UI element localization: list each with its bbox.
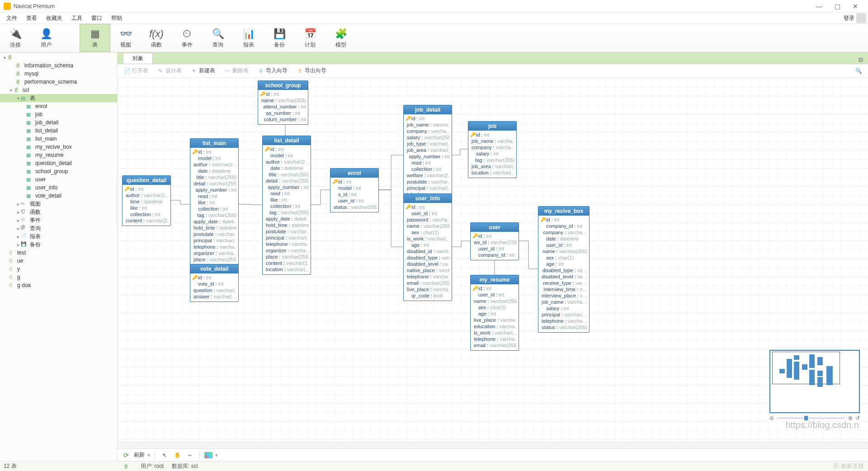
tab-objects[interactable]: 对象	[123, 53, 153, 64]
toolbar-function[interactable]: f(x)函数	[141, 24, 172, 52]
menu-view[interactable]: 查看	[22, 13, 42, 24]
tree-group-report[interactable]: ▸📄报表	[0, 232, 117, 240]
entity-user[interactable]: user🔑id: intwx_id: varchar(255)user_id: …	[470, 222, 519, 260]
entity-list_main[interactable]: list_main🔑id: intmodel: intauthor: varch…	[190, 138, 239, 271]
entity-question_detail[interactable]: question_detail🔑id: intauthor: varchar(2…	[122, 175, 171, 226]
menu-fav[interactable]: 收藏夹	[42, 13, 67, 24]
tree-table-list_main[interactable]: list_main	[0, 135, 117, 143]
tree-conn-g  doa[interactable]: g doa	[0, 281, 117, 289]
toolbar-event[interactable]: ⏲事件	[172, 24, 203, 52]
entity-list_detail[interactable]: list_detail🔑id: intmodel: intauthor: var…	[262, 136, 311, 275]
obar-delete[interactable]: －删除表	[221, 66, 252, 75]
menu-file[interactable]: 文件	[2, 13, 22, 24]
tree-conn-g[interactable]: g	[0, 273, 117, 281]
tree-conn-ue[interactable]: ue	[0, 257, 117, 265]
tree-db-performance_schema[interactable]: performance_schema	[0, 78, 117, 86]
obar-design[interactable]: ✎设计表	[154, 66, 185, 75]
tool-color-icon[interactable]	[204, 452, 212, 458]
tree-table-vote_detail[interactable]: vote_detail	[0, 192, 117, 200]
menu-window[interactable]: 窗口	[87, 13, 107, 24]
toolbar-plan[interactable]: 📅计划	[295, 24, 326, 52]
tree-group-view[interactable]: ▸∞视图	[0, 200, 117, 208]
toolbar-query[interactable]: 🔍查询	[203, 24, 233, 52]
entity-vote_detail[interactable]: vote_detail🔑id: intvote_id: intquestion:…	[190, 264, 239, 302]
toolbar-table[interactable]: ▦表	[80, 24, 110, 52]
tree-table-question_detail[interactable]: question_detail	[0, 159, 117, 167]
tree-db-mysql[interactable]: mysql	[0, 70, 117, 78]
toolbar-user[interactable]: 👤用户	[31, 24, 61, 52]
field-user_id: user_id: int	[472, 245, 517, 252]
tree-table-enrol[interactable]: enrol	[0, 102, 117, 110]
user-avatar-icon[interactable]	[856, 13, 866, 23]
horizontal-scrollbar[interactable]	[118, 442, 868, 448]
tree-db-scl[interactable]: scl	[23, 87, 29, 93]
database-icon	[8, 258, 15, 264]
tree-group-backup[interactable]: ▸💾备份	[0, 240, 117, 249]
table-icon	[26, 144, 33, 150]
refresh-label[interactable]: 刷新	[134, 451, 145, 459]
tree-table-job_detail[interactable]: job_detail	[0, 118, 117, 127]
zoom-control[interactable]: ⊖ ⊕ ↺	[769, 414, 860, 422]
entity-job[interactable]: job🔑id: intjob_name: varcha…company: var…	[468, 121, 517, 178]
minimap-entity	[817, 357, 823, 365]
tree-table-school_group[interactable]: school_group	[0, 167, 117, 175]
obar-open[interactable]: 📄打开表	[120, 66, 152, 75]
field-collection: collection: int	[264, 203, 309, 209]
zoom-in-icon[interactable]: ⊕	[848, 415, 853, 421]
minimap[interactable]	[769, 350, 860, 413]
zoom-out-icon[interactable]: ⊖	[769, 415, 774, 421]
tree-table-my_resume[interactable]: my_resume	[0, 151, 117, 159]
tree-table-list_detail[interactable]: list_detail	[0, 127, 117, 135]
tree-conn-test[interactable]: test	[0, 249, 117, 257]
login-link[interactable]: 登录	[844, 14, 854, 22]
tree-table-my_recive_box[interactable]: my_recive_box	[0, 143, 117, 151]
field-disabled_type: disabled_type: varc…	[406, 254, 450, 261]
tree-tables-node[interactable]: 表	[30, 94, 35, 102]
tree-table-user[interactable]: user	[0, 175, 117, 184]
field-telephone: telephone: varcha…	[406, 273, 450, 280]
entity-my_resume[interactable]: my_resume🔑id: intuser_id: intname: varch…	[470, 275, 519, 351]
menu-help[interactable]: 帮助	[107, 13, 127, 24]
tab-add-icon[interactable]: ⧉	[856, 56, 865, 64]
refresh-icon[interactable]: ⟳	[121, 451, 131, 460]
tree-conn-y[interactable]: y	[0, 265, 117, 273]
toolbar-view[interactable]: 👓视图	[110, 24, 141, 52]
toolbar-model[interactable]: 🧩模型	[326, 24, 356, 52]
obar-new[interactable]: ＋新建表	[187, 66, 219, 75]
zoom-slider[interactable]	[777, 417, 845, 419]
er-diagram-canvas[interactable]: school_group🔑id: intname: varchar(255)at…	[118, 78, 868, 442]
tree-table-job[interactable]: job	[0, 110, 117, 118]
tree-group-event[interactable]: ▸⏲事件	[0, 216, 117, 224]
tree-group-function[interactable]: ▸f()函数	[0, 208, 117, 216]
zoom-reset-icon[interactable]: ↺	[855, 415, 860, 421]
obar-export[interactable]: ⇧导出向导	[293, 66, 330, 75]
tree-table-user_info[interactable]: user_info	[0, 184, 117, 192]
close-button[interactable]: ✕	[846, 0, 864, 13]
obar-search[interactable]: 🔍	[852, 67, 865, 75]
toolbar-connect[interactable]: 🔌连接	[0, 24, 31, 52]
toolbar-backup[interactable]: 💾备份	[264, 24, 295, 52]
connection-tree[interactable]: ▾ information_schemamysqlperformance_sch…	[0, 52, 118, 461]
entity-my_recive_box[interactable]: my_recive_box🔑id: intcompany_id: intcomp…	[538, 206, 590, 333]
entity-job_detail[interactable]: job_detail🔑id: intjob_name: varcha…compa…	[403, 105, 452, 206]
field-disabled_level: disabled_level: va…	[540, 273, 587, 280]
query-icon: 🗐	[21, 225, 28, 231]
tool-pointer-icon[interactable]: ↖	[160, 451, 170, 460]
tool-hand-icon[interactable]: ✋	[172, 451, 182, 460]
minimize-button[interactable]: —	[810, 0, 828, 13]
tool-relation-icon[interactable]: ↔	[185, 451, 195, 460]
field-author: author: varchar(2…	[192, 161, 236, 168]
menu-tool[interactable]: 工具	[67, 13, 87, 24]
entity-enrol[interactable]: enrol🔑id: intmodel: ints_id: intuser_id:…	[330, 168, 379, 212]
obar-import[interactable]: ⇩导入向导	[254, 66, 291, 75]
minimap-entity	[809, 354, 815, 368]
toolbar-report[interactable]: 📊报表	[233, 24, 264, 52]
status-user: 用户: root	[141, 462, 164, 470]
maximize-button[interactable]: ▢	[828, 0, 846, 13]
entity-school_group[interactable]: school_group🔑id: intname: varchar(255)at…	[258, 80, 308, 125]
field-principal: principal: varchar(…	[406, 185, 450, 191]
tree-db-information_schema[interactable]: information_schema	[0, 61, 117, 70]
tree-group-query[interactable]: ▸🗐查询	[0, 224, 117, 232]
entity-user_info[interactable]: user_info🔑id: intuser_id: intpassword: v…	[403, 193, 452, 301]
field-job_area: job_area: varchar(…	[406, 147, 450, 153]
